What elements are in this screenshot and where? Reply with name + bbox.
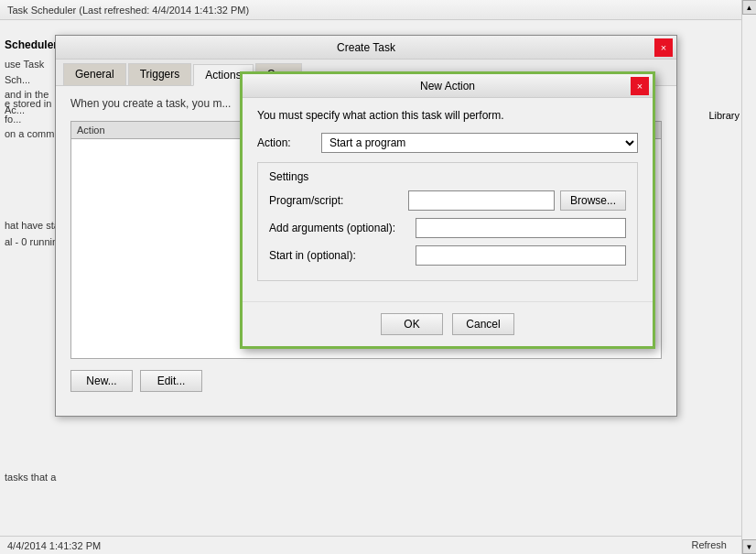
tab-general[interactable]: General <box>63 63 126 85</box>
new-action-titlebar: New Action × <box>243 74 653 98</box>
new-action-btn[interactable]: New... <box>70 370 133 392</box>
create-task-titlebar: Create Task × <box>56 36 676 60</box>
background-window: Task Scheduler (Last refreshed: 4/4/2014… <box>0 0 756 554</box>
ok-btn[interactable]: OK <box>381 313 443 335</box>
arguments-input[interactable] <box>416 218 626 238</box>
arguments-row: Add arguments (optional): <box>269 218 626 238</box>
new-action-dialog: New Action × You must specify what actio… <box>240 71 655 349</box>
library-label: Library <box>708 110 740 121</box>
new-action-title: New Action <box>420 80 475 92</box>
program-label: Program/script: <box>269 194 408 207</box>
settings-legend: Settings <box>269 170 626 183</box>
new-action-close-btn[interactable]: × <box>631 77 649 95</box>
start-in-row: Start in (optional): <box>269 245 626 266</box>
new-action-content: You must specify what action this task w… <box>243 98 653 301</box>
program-row: Program/script: Browse... <box>269 190 626 211</box>
create-task-buttons: New... Edit... <box>70 370 662 392</box>
program-input[interactable] <box>408 190 555 211</box>
start-in-label: Start in (optional): <box>269 249 416 262</box>
refresh-label[interactable]: Refresh <box>691 539 727 550</box>
app-title: Task Scheduler (Last refreshed: 4/4/2014… <box>7 5 249 16</box>
arguments-label: Add arguments (optional): <box>269 222 416 234</box>
scroll-down-btn[interactable]: ▼ <box>742 539 757 554</box>
new-action-footer: OK Cancel <box>243 301 653 346</box>
browse-btn[interactable]: Browse... <box>560 190 626 211</box>
refresh-area: Refresh <box>691 536 727 554</box>
create-task-close-btn[interactable]: × <box>654 38 673 57</box>
new-action-desc: You must specify what action this task w… <box>257 109 638 122</box>
action-dropdown[interactable]: Start a program Send an e-mail Display a… <box>321 133 638 153</box>
status-bar: 4/4/2014 1:41:32 PM Refresh <box>0 536 741 554</box>
status-time: 4/4/2014 1:41:32 PM <box>7 540 101 551</box>
scrollbar-right[interactable]: ▲ ▼ <box>741 0 756 554</box>
tasks-label: tasks that a <box>5 472 56 483</box>
settings-group: Settings Program/script: Browse... Add a… <box>257 162 638 281</box>
start-in-input[interactable] <box>416 245 626 266</box>
action-selector-row: Action: Start a program Send an e-mail D… <box>257 133 638 153</box>
edit-action-btn[interactable]: Edit... <box>140 370 202 392</box>
cancel-btn[interactable]: Cancel <box>452 313 514 335</box>
create-task-title: Create Task <box>337 41 395 54</box>
action-field-label: Action: <box>257 136 321 149</box>
scheduler-label: Scheduler <box>5 38 58 51</box>
scroll-up-btn[interactable]: ▲ <box>742 0 757 15</box>
tab-triggers[interactable]: Triggers <box>128 63 192 85</box>
app-titlebar: Task Scheduler (Last refreshed: 4/4/2014… <box>0 0 756 20</box>
